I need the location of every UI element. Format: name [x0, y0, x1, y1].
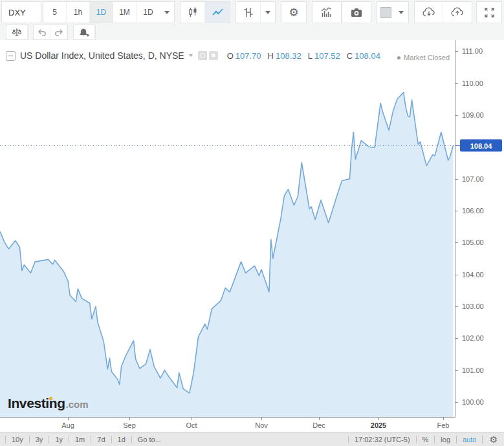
ring-glyph	[200, 53, 205, 58]
legend-collapse-icon[interactable]	[6, 51, 16, 61]
interval-group: 51h1D1M1D	[43, 1, 175, 23]
auto-scale-button[interactable]: auto	[457, 436, 482, 443]
range-buttons: 10y3y1y1m7d1d	[6, 436, 132, 443]
camera-button[interactable]	[342, 2, 371, 23]
time-axis-label: Dec	[312, 421, 325, 429]
status-dot-icon	[397, 56, 400, 59]
time-axis[interactable]: AugSepOctNovDec2025Feb	[0, 417, 504, 432]
layout-group	[377, 1, 409, 23]
ohlc-value-l: 107.52	[314, 51, 340, 61]
range-button-3y[interactable]: 3y	[30, 436, 49, 443]
save-chart-button[interactable]	[443, 2, 472, 23]
price-tick	[455, 83, 458, 84]
price-axis-label: 101.00	[462, 366, 484, 374]
price-axis-label: 104.00	[462, 271, 484, 279]
redo-button[interactable]	[50, 25, 67, 39]
log-scale-button[interactable]: log	[435, 436, 456, 443]
snapshot-group	[342, 1, 371, 23]
scales-button[interactable]	[6, 25, 28, 39]
cloud-download-icon	[422, 6, 436, 18]
price-axis-label: 110.00	[462, 80, 483, 87]
ohlc-values: O107.70H108.32L107.52C108.04	[227, 51, 387, 61]
range-button-7d[interactable]: 7d	[91, 436, 111, 443]
interval-button-5-0[interactable]: 5	[43, 2, 67, 23]
range-button-1m[interactable]: 1m	[69, 436, 91, 443]
compare-dropdown-button[interactable]	[261, 2, 275, 23]
price-tick	[455, 51, 458, 52]
load-chart-button[interactable]	[415, 2, 443, 23]
logo-text: Investing	[8, 396, 65, 411]
chart-area[interactable]: US Dollar Index, United States, D, NYSE …	[0, 40, 504, 417]
range-button-1d[interactable]: 1d	[112, 436, 131, 443]
settings-group: ⚙	[281, 1, 307, 23]
price-tick	[455, 306, 458, 307]
time-tick	[192, 418, 192, 420]
price-tick	[455, 179, 458, 180]
price-axis[interactable]: 108.04 111.00110.00109.00107.00106.00105…	[455, 40, 504, 417]
chevron-down-icon[interactable]	[189, 54, 193, 57]
interval-button-1m-3[interactable]: 1M	[113, 2, 137, 23]
scales-icon	[11, 27, 23, 37]
bell-plus-icon	[78, 27, 91, 37]
minus-glyph	[8, 56, 13, 56]
add-alert-button[interactable]	[74, 25, 95, 39]
bottom-toolbar: 10y3y1y1m7d1d Go to... 17:02:32 (UTC-5) …	[0, 432, 504, 446]
candlestick-style-button[interactable]	[181, 2, 205, 23]
goto-button[interactable]: Go to...	[132, 436, 167, 443]
price-axis-label: 107.00	[462, 175, 484, 183]
undo-button[interactable]	[34, 25, 50, 39]
indicators-button[interactable]	[312, 2, 341, 23]
time-axis-label: Oct	[186, 421, 197, 429]
price-axis-label: 100.00	[462, 398, 484, 406]
market-status-label: Market Closed	[404, 54, 450, 61]
bottom-settings-gear-icon[interactable]: ⚙	[483, 435, 499, 444]
time-tick	[443, 418, 444, 420]
ohlc-label-o: O	[227, 51, 234, 61]
main-toolbar: DXY 51h1D1M1D	[0, 0, 504, 25]
ohlc-value-o: 107.70	[236, 51, 261, 61]
percent-scale-button[interactable]: %	[417, 436, 435, 443]
legend-source-icon[interactable]	[198, 51, 207, 60]
time-axis-label: Feb	[437, 421, 450, 429]
legend-settings-icon[interactable]: ✱	[209, 51, 218, 60]
chart-settings-button[interactable]: ⚙	[281, 2, 306, 23]
layout-square-icon	[380, 7, 391, 18]
time-tick	[319, 418, 320, 420]
time-axis-label: 2025	[371, 421, 386, 429]
interval-button-1d-2[interactable]: 1D	[90, 2, 113, 23]
indicators-icon	[320, 6, 333, 18]
chart-widget: DXY 51h1D1M1D	[0, 0, 504, 446]
compare-button[interactable]	[236, 2, 261, 23]
price-tick	[455, 115, 458, 116]
interval-dropdown-button[interactable]	[160, 2, 174, 23]
symbol-input[interactable]: DXY	[1, 1, 41, 23]
line-style-button[interactable]	[205, 2, 230, 23]
gear-glyph: ✱	[211, 53, 216, 59]
ohlc-value-c: 108.04	[355, 51, 380, 61]
clock-label[interactable]: 17:02:32 (UTC-5)	[349, 436, 416, 443]
price-plot	[0, 40, 504, 417]
investing-logo[interactable]: Investing.com	[8, 396, 89, 411]
range-button-10y[interactable]: 10y	[6, 436, 29, 443]
fullscreen-group	[476, 1, 502, 23]
indicators-group	[312, 1, 342, 23]
compare-group	[236, 1, 276, 23]
line-chart-icon	[212, 6, 224, 18]
price-axis-label: 102.00	[462, 334, 484, 342]
symbol-label: DXY	[8, 8, 26, 17]
undo-arrow-icon	[37, 28, 47, 37]
layout-button[interactable]	[377, 2, 394, 23]
time-axis-label: Aug	[61, 421, 74, 429]
price-tick	[455, 402, 458, 403]
legend-title[interactable]: US Dollar Index, United States, D, NYSE	[20, 50, 184, 61]
fullscreen-button[interactable]	[477, 2, 501, 23]
interval-button-1d-4[interactable]: 1D	[137, 2, 160, 23]
interval-button-1h-1[interactable]: 1h	[67, 2, 90, 23]
area-fill	[0, 92, 453, 417]
cloud-group	[414, 1, 472, 23]
range-button-1y[interactable]: 1y	[49, 436, 69, 443]
ohlc-label-c: C	[347, 51, 353, 61]
time-tick	[129, 418, 130, 420]
layout-dropdown-button[interactable]	[394, 2, 408, 23]
undo-redo-group	[33, 25, 68, 40]
